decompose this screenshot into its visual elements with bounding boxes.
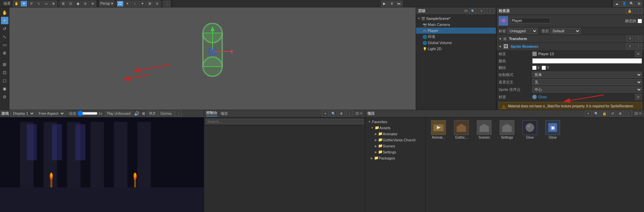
grid-btn[interactable]: ⊞ xyxy=(60,1,66,7)
inspector-menu-btn[interactable]: ⋮ xyxy=(635,8,642,14)
light-btn[interactable]: ☀ xyxy=(124,1,131,7)
console-add-btn[interactable]: + xyxy=(322,110,329,116)
tool-scale[interactable]: ⤡ xyxy=(1,33,8,40)
asset-glow1[interactable]: Glow xyxy=(520,120,540,210)
gizmos-btn[interactable]: Gizmos xyxy=(158,111,174,116)
animator-tree-item[interactable]: ▶ 📁 Animator xyxy=(365,131,425,137)
console-tab[interactable]: 控制台 xyxy=(206,110,217,116)
inspector-lock-btn[interactable]: 🔒 xyxy=(626,8,633,14)
audio-btn[interactable]: ♪ xyxy=(132,1,138,7)
game-display-select[interactable]: Display 1 xyxy=(11,110,35,116)
hierarchy-item-globalvolume[interactable]: 🌐 Global Volume xyxy=(416,40,496,46)
flip-y-checkbox[interactable] xyxy=(542,66,546,70)
snap-btn[interactable]: ⊡ xyxy=(67,1,74,7)
tool-extra1[interactable]: ⊞ xyxy=(1,61,8,68)
hierarchy-item-environment[interactable]: 🌐 环境 xyxy=(416,34,496,40)
asset-settings[interactable]: Settings xyxy=(497,120,517,210)
sprite-pick-btn[interactable]: ⊙ xyxy=(635,51,642,57)
stats-btn[interactable]: 状态 xyxy=(147,110,158,116)
gothicvania-tree-item[interactable]: ▶ 📁 GothicVania Church xyxy=(365,137,425,143)
tool-hand[interactable]: ✋ xyxy=(1,9,8,16)
tool-rect[interactable]: ▭ xyxy=(1,41,8,48)
console-search-btn[interactable]: 🔍 xyxy=(330,110,337,116)
packages-tree-item[interactable]: ▶ 📁 Packages xyxy=(365,155,425,161)
sort-point-select[interactable]: 中心 xyxy=(532,86,642,93)
multi-tool[interactable]: ⊕ xyxy=(50,1,57,7)
hierarchy-add-btn[interactable]: + xyxy=(478,8,485,14)
transform-help-btn[interactable]: ? xyxy=(627,36,633,42)
transform-menu-btn[interactable]: ⋮ xyxy=(635,36,642,42)
favorites-item[interactable]: ▼ Favorites xyxy=(365,119,425,125)
persp-dropdown[interactable]: Persp ▾ xyxy=(99,1,114,6)
game-canvas[interactable] xyxy=(0,117,204,212)
hierarchy-item-maincamera[interactable]: 📷 Main Camera xyxy=(416,22,496,28)
sprite-renderer-header[interactable]: ▼ 🖼 Sprite Renderer ? ⋮ xyxy=(497,43,644,50)
move-tool[interactable]: ✛ xyxy=(20,1,27,7)
assets-settings-btn[interactable]: ⚙ xyxy=(617,110,624,116)
play-btn[interactable]: ▶ xyxy=(381,1,388,7)
asset-animator[interactable]: Animat... xyxy=(428,120,449,210)
hand-tool[interactable]: ✋ xyxy=(13,1,20,7)
transform-header[interactable]: ▼ ⊞ Transform ? ⋮ xyxy=(497,35,644,42)
gizmos-btn2[interactable]: ⊙ xyxy=(154,1,160,7)
assets-tree-item[interactable]: ▼ 📁 Assets xyxy=(365,125,425,131)
assets-add-btn[interactable]: + xyxy=(585,110,592,116)
layers-btn[interactable]: ⊞ xyxy=(636,1,642,7)
console-settings-btn[interactable]: ⚙ xyxy=(338,110,345,116)
assets-menu-btn[interactable]: ⋮ xyxy=(625,110,632,116)
flip-x-checkbox[interactable] xyxy=(532,66,537,70)
tool-extra2[interactable]: ⊡ xyxy=(1,69,8,76)
2d-btn[interactable]: 2D xyxy=(117,1,124,7)
dots-btn[interactable]: ⋮ xyxy=(164,1,170,7)
game-aspect-select[interactable]: Free Aspect xyxy=(36,110,65,116)
scenes-tree-item[interactable]: ▶ 📁 Scenes xyxy=(365,143,425,149)
pause-btn[interactable]: ⏸ xyxy=(388,1,395,7)
hierarchy-search-btn[interactable]: 🔍 xyxy=(469,8,476,14)
scene-canvas[interactable] xyxy=(9,7,416,110)
material-pick-btn[interactable]: ⊙ xyxy=(635,94,642,100)
hierarchy-item-samplescene[interactable]: ▼ 🎬 SampleScene* xyxy=(416,15,496,22)
hierarchy-item-light2d[interactable]: 💡 Light 2D xyxy=(416,46,496,52)
tool-move[interactable]: ✛ xyxy=(1,17,8,24)
sr-help-btn[interactable]: ? xyxy=(627,43,633,49)
draw-mode-select[interactable]: 简单 xyxy=(532,72,642,78)
tool-extra5[interactable]: ⊘ xyxy=(1,93,8,100)
rotate-tool[interactable]: ↺ xyxy=(28,1,35,7)
console-menu-btn[interactable]: ⋮ xyxy=(346,110,353,116)
asset-scenes[interactable]: Scenes xyxy=(474,120,494,210)
visibility-btn[interactable]: ◉ xyxy=(75,1,81,7)
asset-gothicvania[interactable]: Gothic... xyxy=(451,120,471,210)
extra-btn1[interactable]: ⊘ xyxy=(82,1,89,7)
sr-menu-btn[interactable]: ⋮ xyxy=(635,43,642,49)
fx-btn[interactable]: ✦ xyxy=(139,1,146,7)
rect-tool[interactable]: ▭ xyxy=(43,1,49,7)
search-btn-top[interactable]: 🔍 xyxy=(628,1,635,7)
assets-search-btn[interactable]: 🔍 xyxy=(593,110,600,116)
tool-custom[interactable]: ⊕ xyxy=(1,49,8,57)
assets-refresh-btn[interactable]: ↺ xyxy=(609,110,616,116)
assets-lock-btn[interactable]: 🔒 xyxy=(601,110,608,116)
color-swatch[interactable] xyxy=(532,58,642,64)
tool-extra4[interactable]: ◉ xyxy=(1,85,8,92)
hierarchy-item-player[interactable]: 🎮 Player xyxy=(416,28,496,34)
project-tab[interactable]: 项目 xyxy=(219,111,230,116)
step-btn[interactable]: ⏭ xyxy=(396,1,403,7)
scale-tool[interactable]: ⤡ xyxy=(35,1,42,7)
tag-select[interactable]: Untagged xyxy=(507,28,538,34)
settings-tree-item[interactable]: ▶ 📁 Settings xyxy=(365,149,425,155)
tool-rotate[interactable]: ↺ xyxy=(1,25,8,32)
static-checkbox[interactable] xyxy=(638,19,642,23)
hierarchy-menu-btn[interactable]: ⋮ xyxy=(487,8,494,14)
scale-slider[interactable] xyxy=(78,111,98,116)
cloud-btn[interactable]: ☁ xyxy=(613,1,620,7)
mask-select[interactable]: 无 xyxy=(532,79,642,85)
camera-btn[interactable]: ⊞ xyxy=(146,1,153,7)
assets-project-tab[interactable]: 项目 xyxy=(367,111,375,116)
play-unfocused-btn[interactable]: Play Unfocused xyxy=(105,111,133,116)
console-search-input[interactable] xyxy=(205,119,364,124)
game-menu-btn[interactable]: ⋮ xyxy=(175,110,182,116)
player-name-input[interactable] xyxy=(510,18,550,23)
extra-btn2[interactable]: ⊚ xyxy=(89,1,96,7)
account-btn[interactable]: 👤 xyxy=(621,1,628,7)
layer-select[interactable]: Default xyxy=(550,28,581,34)
